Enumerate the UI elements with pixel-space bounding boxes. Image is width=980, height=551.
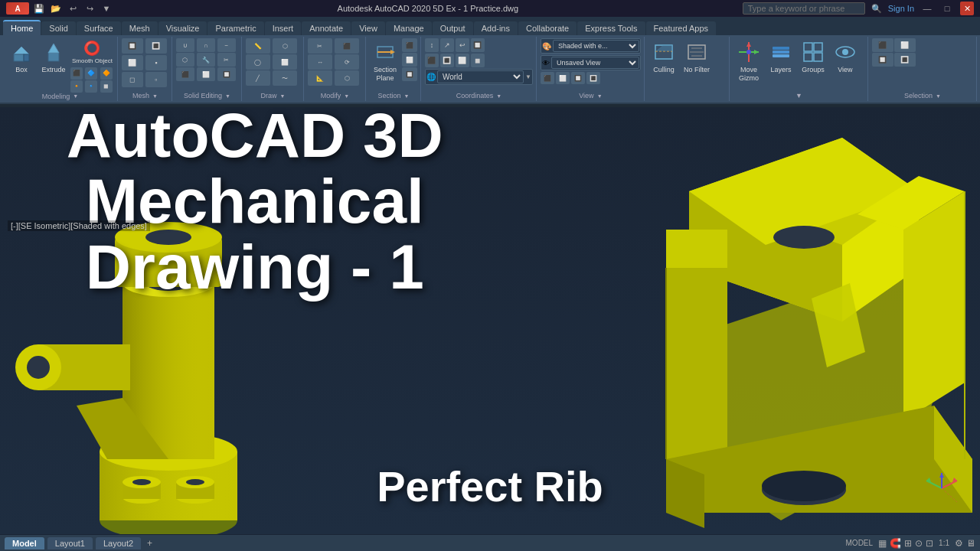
tab-view[interactable]: View	[351, 21, 385, 35]
search-input[interactable]	[743, 2, 865, 15]
draw-btn-2[interactable]: ⬡	[273, 38, 297, 54]
tab-manage[interactable]: Manage	[386, 21, 432, 35]
ribbon-small-btn-6[interactable]: ◼	[100, 80, 113, 93]
tab-insert[interactable]: Insert	[265, 21, 302, 35]
shading-select[interactable]: Shaded with e...	[553, 40, 639, 52]
tab-layout2[interactable]: Layout2	[96, 537, 141, 549]
mesh-btn-3[interactable]: ⬜	[122, 55, 143, 70]
qa-save[interactable]: 💾	[32, 2, 46, 15]
section-btn-2[interactable]: ⬜	[402, 53, 417, 67]
solid-edit-btn-1[interactable]: ∪	[176, 38, 194, 52]
tab-model[interactable]: Model	[5, 537, 44, 549]
ribbon-small-btn-4[interactable]: 🔸	[70, 80, 83, 93]
coord-btn-5[interactable]: ⬛	[425, 54, 439, 67]
tab-addins[interactable]: Add-ins	[474, 21, 518, 35]
btn-section-plane[interactable]: SectionPlane	[370, 38, 400, 84]
tab-output[interactable]: Output	[433, 21, 473, 35]
coord-btn-8[interactable]: ◼	[471, 54, 485, 67]
ribbon-small-btn-5[interactable]: 🔹	[85, 80, 97, 93]
mesh-btn-6[interactable]: ▫	[145, 72, 167, 87]
mesh-btn-4[interactable]: ▪	[145, 55, 167, 70]
add-layout-btn[interactable]: +	[144, 538, 155, 549]
draw-btn-3[interactable]: ◯	[246, 54, 270, 70]
win-min[interactable]: —	[920, 2, 934, 15]
win-max[interactable]: □	[940, 2, 954, 15]
section-btn-1[interactable]: ⬛	[402, 38, 417, 52]
section-arrow[interactable]: ▼	[403, 93, 409, 99]
btn-culling[interactable]: Culling	[648, 38, 679, 76]
world-dropdown-arrow[interactable]: ▼	[525, 73, 531, 80]
view-sm-btn-3[interactable]: 🔲	[571, 72, 585, 84]
mesh-arrow[interactable]: ▼	[152, 93, 158, 99]
tab-home[interactable]: Home	[3, 20, 41, 35]
status-snap-btn[interactable]: 🧲	[890, 538, 901, 549]
mesh-btn-5[interactable]: ◻	[122, 72, 143, 87]
modify-btn-6[interactable]: ⬡	[335, 70, 359, 86]
solid-edit-btn-2[interactable]: ∩	[197, 38, 215, 52]
status-workspace-btn[interactable]: 🖥	[966, 538, 975, 549]
view-settings-arrow[interactable]: ▼	[597, 93, 603, 99]
selection-arrow[interactable]: ▼	[936, 93, 941, 99]
selection-btn-1[interactable]: ⬛	[872, 38, 893, 52]
ribbon-small-btn-3[interactable]: 🔶	[100, 67, 113, 80]
draw-btn-5[interactable]: ╱	[246, 70, 270, 86]
solid-edit-btn-7[interactable]: ⬛	[176, 67, 194, 81]
tab-parametric[interactable]: Parametric	[207, 21, 263, 35]
draw-btn-1[interactable]: 📏	[246, 38, 270, 54]
mesh-btn-2[interactable]: 🔳	[145, 38, 167, 54]
selection-btn-2[interactable]: ⬜	[894, 38, 916, 52]
section-btn-3[interactable]: 🔲	[402, 67, 417, 81]
mesh-btn-1[interactable]: 🔲	[122, 38, 143, 54]
btn-smooth-object[interactable]: ⭕ Smooth Object	[70, 38, 114, 67]
selection-btn-3[interactable]: 🔲	[872, 53, 893, 67]
sign-in-btn[interactable]: Sign In	[888, 4, 914, 13]
qa-undo[interactable]: ↩	[66, 2, 80, 15]
tab-surface[interactable]: Surface	[77, 21, 121, 35]
tab-visualize[interactable]: Visualize	[158, 21, 207, 35]
modeling-arrow[interactable]: ▼	[73, 93, 78, 99]
tab-annotate[interactable]: Annotate	[302, 21, 351, 35]
view-sm-btn-2[interactable]: ⬜	[556, 72, 570, 84]
btn-groups[interactable]: Groups	[798, 38, 828, 76]
tab-featured[interactable]: Featured Apps	[646, 21, 717, 35]
tab-collaborate[interactable]: Collaborate	[518, 21, 577, 35]
draw-arrow[interactable]: ▼	[279, 93, 285, 99]
btn-box[interactable]: Box	[6, 38, 37, 76]
tab-solid[interactable]: Solid	[41, 21, 75, 35]
coord-btn-7[interactable]: ⬜	[456, 54, 469, 67]
modify-btn-1[interactable]: ✂	[308, 38, 332, 54]
qa-open[interactable]: 📂	[49, 2, 63, 15]
solid-edit-btn-6[interactable]: ✂	[217, 53, 236, 67]
modify-btn-5[interactable]: 📐	[308, 70, 332, 86]
view-sm-btn-4[interactable]: 🔳	[586, 72, 600, 84]
tab-mesh[interactable]: Mesh	[122, 21, 158, 35]
status-osnap-btn[interactable]: ⊡	[926, 538, 933, 549]
coord-btn-3[interactable]: ↩	[456, 38, 469, 52]
draw-btn-4[interactable]: ⬜	[273, 54, 297, 70]
view-sm-btn-1[interactable]: ⬛	[541, 72, 554, 84]
tools-group-dropdown-btn[interactable]: ▼	[795, 92, 802, 99]
qa-redo[interactable]: ↪	[83, 2, 96, 15]
solid-editing-arrow[interactable]: ▼	[225, 93, 230, 99]
status-scale-btn[interactable]: 1:1	[936, 539, 952, 547]
view-select[interactable]: Unsaved View	[551, 57, 639, 69]
status-polar-btn[interactable]: ⊙	[915, 538, 923, 549]
coord-btn-1[interactable]: ↕	[425, 38, 439, 52]
modify-btn-4[interactable]: ⟳	[335, 54, 359, 70]
tab-express[interactable]: Express Tools	[577, 21, 645, 35]
modify-arrow[interactable]: ▼	[344, 93, 349, 99]
btn-view[interactable]: View	[830, 38, 861, 76]
draw-btn-6[interactable]: 〜	[273, 70, 297, 86]
solid-edit-btn-9[interactable]: 🔲	[217, 67, 236, 81]
solid-edit-btn-8[interactable]: ⬜	[197, 67, 215, 81]
status-settings-btn[interactable]: ⚙	[955, 538, 963, 549]
selection-btn-4[interactable]: 🔳	[894, 53, 916, 67]
btn-move-gizmo[interactable]: MoveGizmo	[733, 38, 764, 84]
world-select[interactable]: World	[437, 70, 524, 83]
model-space-indicator[interactable]: MODEL	[844, 539, 876, 547]
solid-edit-btn-5[interactable]: 🔧	[197, 53, 215, 67]
win-close[interactable]: ✕	[960, 2, 974, 15]
modify-btn-3[interactable]: ↔	[308, 54, 332, 70]
canvas-area[interactable]: AutoCAD 3D Mechanical Drawing - 1 Perfec…	[0, 107, 980, 534]
status-ortho-btn[interactable]: ⊞	[904, 538, 912, 549]
